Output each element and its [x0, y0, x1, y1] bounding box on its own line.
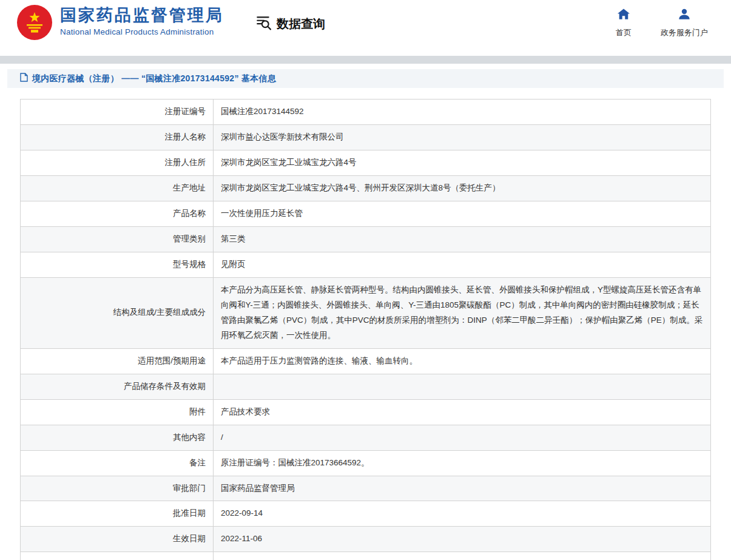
table-row: 其他内容/ — [21, 425, 711, 450]
table-row: 生产地址深圳市龙岗区宝龙工业城宝龙六路4号、荆州开发区深圳大道8号（委托生产） — [21, 175, 711, 201]
page-title-bar: 境内医疗器械（注册） —— “国械注准20173144592” 基本信息 — [7, 69, 724, 88]
row-label: 生产地址 — [21, 175, 214, 201]
row-value: 深圳市益心达医学新技术有限公司 — [214, 124, 711, 150]
row-value — [214, 374, 711, 399]
row-value: 深圳市龙岗区宝龙工业城宝龙六路4号、荆州开发区深圳大道8号（委托生产） — [214, 175, 711, 201]
table-row: 注册证编号国械注准20173144592 — [21, 100, 711, 125]
row-value: 原注册证编号：国械注准20173664592。 — [214, 450, 711, 476]
table-row: 附件产品技术要求 — [21, 399, 711, 425]
row-value: 见附页 — [214, 252, 711, 277]
nmpa-emblem-logo — [17, 5, 52, 42]
row-label: 其他内容 — [21, 425, 214, 450]
table-row: 产品储存条件及有效期 — [21, 374, 711, 399]
row-value: 2027-11-05 — [214, 552, 711, 560]
header-separator-band — [0, 56, 731, 64]
row-label: 管理类别 — [21, 226, 214, 252]
row-label: 产品储存条件及有效期 — [21, 374, 214, 399]
row-label: 注册人住所 — [21, 150, 214, 175]
user-icon — [678, 8, 690, 22]
org-title-block: 国家药品监督管理局 National Medical Products Admi… — [60, 6, 224, 36]
document-icon — [20, 73, 28, 84]
row-value: 国家药品监督管理局 — [214, 476, 711, 501]
table-row: 审批部门国家药品监督管理局 — [21, 476, 711, 501]
row-label: 审批部门 — [21, 476, 214, 501]
org-name-en: National Medical Products Administration — [60, 27, 224, 36]
row-value: 国械注准20173144592 — [214, 100, 711, 125]
row-label: 批准日期 — [21, 501, 214, 527]
row-label: 生效日期 — [21, 527, 214, 552]
nav-home-label: 首页 — [616, 27, 632, 38]
row-value: / — [214, 425, 711, 450]
row-value: 本产品分为高压延长管、静脉延长管两种型号。结构由内圆锥接头、延长管、外圆锥接头和… — [214, 277, 711, 348]
table-row: 备注原注册证编号：国械注准20173664592。 — [21, 450, 711, 476]
nav-portal[interactable]: 政务服务门户 — [661, 8, 708, 38]
row-value: 本产品适用于压力监测管路的连接、输液、输血转向。 — [214, 348, 711, 374]
table-row: 管理类别第三类 — [21, 226, 711, 252]
row-value: 2022-11-06 — [214, 527, 711, 552]
row-label: 产品名称 — [21, 201, 214, 226]
site-header: 国家药品监督管理局 National Medical Products Admi… — [0, 0, 731, 56]
row-value: 深圳市龙岗区宝龙工业城宝龙六路4号 — [214, 150, 711, 175]
row-label: 附件 — [21, 399, 214, 425]
home-icon — [618, 8, 630, 22]
org-name-cn: 国家药品监督管理局 — [60, 6, 224, 25]
page-title: 境内医疗器械（注册） —— “国械注准20173144592” 基本信息 — [32, 73, 276, 84]
registration-info-table: 注册证编号国械注准20173144592 注册人名称深圳市益心达医学新技术有限公… — [20, 99, 711, 560]
row-value: 一次性使用压力延长管 — [214, 201, 711, 226]
table-row: 产品名称一次性使用压力延长管 — [21, 201, 711, 226]
header-nav: 首页 政务服务门户 — [616, 8, 713, 38]
nav-portal-label: 政务服务门户 — [661, 27, 708, 38]
row-value: 产品技术要求 — [214, 399, 711, 425]
row-label: 注册人名称 — [21, 124, 214, 150]
table-row: 生效日期2022-11-06 — [21, 527, 711, 552]
row-value: 2022-09-14 — [214, 501, 711, 527]
row-label: 有效期至 — [21, 552, 214, 560]
data-query-section-link[interactable]: 数据查询 — [255, 15, 325, 33]
row-label: 注册证编号 — [21, 100, 214, 125]
table-row: 注册人住所深圳市龙岗区宝龙工业城宝龙六路4号 — [21, 150, 711, 175]
document-magnifier-icon — [255, 15, 271, 33]
table-row: 有效期至2027-11-05 — [21, 552, 711, 560]
row-label: 适用范围/预期用途 — [21, 348, 214, 374]
row-label: 备注 — [21, 450, 214, 476]
row-label: 型号规格 — [21, 252, 214, 277]
table-row: 型号规格见附页 — [21, 252, 711, 277]
nav-home[interactable]: 首页 — [616, 8, 632, 38]
table-row: 注册人名称深圳市益心达医学新技术有限公司 — [21, 124, 711, 150]
table-row: 批准日期2022-09-14 — [21, 501, 711, 527]
table-row: 适用范围/预期用途本产品适用于压力监测管路的连接、输液、输血转向。 — [21, 348, 711, 374]
data-query-label: 数据查询 — [277, 16, 325, 32]
table-row: 结构及组成/主要组成成分本产品分为高压延长管、静脉延长管两种型号。结构由内圆锥接… — [21, 277, 711, 348]
row-label: 结构及组成/主要组成成分 — [21, 277, 214, 348]
row-value: 第三类 — [214, 226, 711, 252]
